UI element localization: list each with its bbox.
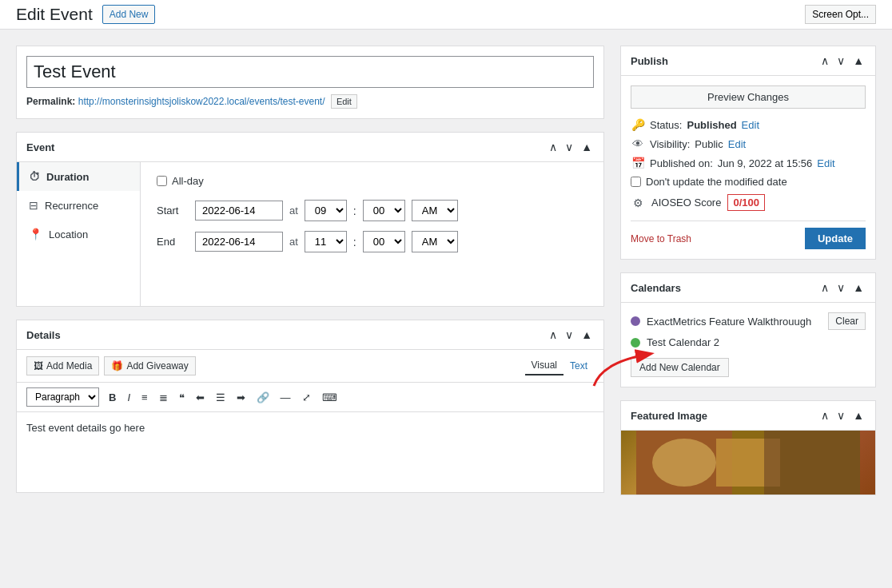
add-media-button[interactable]: 🖼 Add Media (26, 356, 99, 375)
event-panel-collapse-btn[interactable]: ▲ (579, 139, 594, 155)
title-area: Permalink: http://monsterinsightsjolisko… (16, 46, 604, 119)
aioseo-label: AIOSEO Score (651, 197, 721, 209)
publish-panel-body: Preview Changes 🔑 Status: Published Edit… (621, 76, 875, 259)
sidebar-item-location[interactable]: 📍 Location (17, 220, 140, 248)
allday-label: All-day (172, 175, 204, 187)
featured-image-up-btn[interactable]: ∧ (819, 407, 830, 423)
gift-icon: 🎁 (111, 360, 123, 371)
calendar-icon: 📅 (631, 157, 645, 169)
calendars-panel: Calendars ∧ ∨ ▲ ExactMetrics Feature Wal… (620, 272, 876, 387)
location-icon: 📍 (29, 228, 42, 240)
details-panel-controls: ∧ ∨ ▲ (548, 327, 594, 343)
calendar-item-test2: Test Calendar 2 (631, 336, 866, 348)
details-panel-up-btn[interactable]: ∧ (548, 327, 559, 343)
end-minute-select[interactable]: 00 15 30 45 (363, 231, 405, 252)
add-giveaway-button[interactable]: 🎁 Add Giveaway (104, 356, 195, 375)
add-new-button[interactable]: Add New (102, 5, 156, 24)
aioseo-row: ⚙ AIOSEO Score 0/100 (631, 194, 866, 211)
link-button[interactable]: 🔗 (252, 388, 274, 407)
calendar-clear-button[interactable]: Clear (828, 312, 866, 330)
tab-visual[interactable]: Visual (525, 356, 563, 375)
end-at-text: at (289, 236, 298, 248)
sidebar-item-duration[interactable]: ⏱ Duration (17, 162, 140, 191)
format-select[interactable]: Paragraph Heading 1 Heading 2 Heading 3 (26, 387, 99, 407)
bold-button[interactable]: B (104, 388, 121, 407)
event-panel-header: Event ∧ ∨ ▲ (17, 133, 603, 162)
allday-checkbox[interactable] (157, 176, 167, 186)
add-new-calendar-button[interactable]: Add New Calendar (631, 358, 729, 377)
publish-panel-down-btn[interactable]: ∨ (835, 53, 846, 69)
visibility-edit-link[interactable]: Edit (728, 138, 746, 150)
eye-icon: 👁 (631, 137, 645, 150)
start-date-input[interactable] (195, 201, 283, 220)
ordered-list-button[interactable]: ≣ (154, 388, 173, 407)
details-toolbar: 🖼 Add Media 🎁 Add Giveaway Visual Text (17, 350, 603, 383)
preview-changes-button[interactable]: Preview Changes (631, 85, 866, 109)
featured-image-preview[interactable] (621, 431, 875, 495)
permalink-link[interactable]: http://monsterinsightsjoliskow2022.local… (78, 96, 325, 107)
publish-panel: Publish ∧ ∨ ▲ Preview Changes 🔑 Status: … (620, 46, 876, 260)
permalink-edit-button[interactable]: Edit (331, 94, 357, 109)
clock-icon: ⏱ (29, 170, 40, 183)
published-edit-link[interactable]: Edit (817, 157, 834, 169)
event-panel: Event ∧ ∨ ▲ ⏱ Duration (16, 132, 604, 307)
format-toolbar: Paragraph Heading 1 Heading 2 Heading 3 … (17, 383, 603, 412)
calendars-panel-controls: ∧ ∨ ▲ (819, 280, 866, 296)
sidebar-item-location-label: Location (49, 228, 88, 240)
status-label: Status: (650, 119, 682, 131)
sidebar-item-recurrence[interactable]: ⊟ Recurrence (17, 191, 140, 220)
status-edit-link[interactable]: Edit (742, 119, 759, 131)
dont-update-checkbox[interactable] (631, 177, 641, 187)
align-center-button[interactable]: ☰ (211, 388, 230, 407)
calendars-panel-body: ExactMetrics Feature Walkthrouugh Clear … (621, 303, 875, 387)
calendar-item-test2-name: Test Calendar 2 (647, 336, 866, 348)
align-right-button[interactable]: ➡ (232, 388, 250, 407)
details-panel-collapse-btn[interactable]: ▲ (579, 327, 594, 343)
end-time-row: End at 11 09 10 : 00 15 (157, 231, 587, 252)
end-ampm-select[interactable]: AM PM (412, 231, 458, 252)
calendars-panel-up-btn[interactable]: ∧ (819, 280, 830, 296)
event-panel-title: Event (26, 141, 54, 153)
end-hour-select[interactable]: 11 09 10 (305, 231, 347, 252)
featured-image-panel-controls: ∧ ∨ ▲ (819, 407, 866, 423)
keyboard-button[interactable]: ⌨ (317, 388, 342, 407)
start-minute-select[interactable]: 00 15 30 45 (363, 200, 405, 221)
gear-icon: ⚙ (631, 197, 645, 209)
published-date: Jun 9, 2022 at 15:56 (718, 157, 813, 169)
event-panel-up-btn[interactable]: ∧ (548, 139, 559, 155)
publish-panel-up-btn[interactable]: ∧ (819, 53, 830, 69)
expand-button[interactable]: ⤢ (297, 388, 316, 407)
start-time-row: Start at 09 10 11 : 00 15 (157, 200, 587, 221)
calendars-panel-down-btn[interactable]: ∨ (835, 280, 846, 296)
blockquote-button[interactable]: ❝ (174, 388, 189, 407)
event-panel-down-btn[interactable]: ∨ (563, 139, 575, 155)
update-button[interactable]: Update (805, 228, 866, 249)
editor-content-area[interactable]: Test event details go here (17, 412, 603, 492)
start-ampm-select[interactable]: AM PM (412, 200, 458, 221)
start-hour-select[interactable]: 09 10 11 (305, 200, 347, 221)
featured-image-down-btn[interactable]: ∨ (835, 407, 846, 423)
details-panel: Details ∧ ∨ ▲ 🖼 Add Media 🎁 Add (16, 320, 604, 493)
add-giveaway-label: Add Giveaway (126, 360, 188, 371)
event-title-input[interactable] (26, 56, 594, 88)
move-to-trash-link[interactable]: Move to Trash (631, 233, 691, 244)
permalink-row: Permalink: http://monsterinsightsjolisko… (26, 94, 594, 109)
more-button[interactable]: — (276, 388, 296, 407)
calendars-panel-collapse-btn[interactable]: ▲ (851, 280, 866, 296)
featured-image-collapse-btn[interactable]: ▲ (851, 407, 866, 423)
italic-button[interactable]: I (122, 388, 135, 407)
end-date-input[interactable] (195, 232, 283, 252)
publish-panel-collapse-btn[interactable]: ▲ (851, 53, 866, 69)
calendar-dot-purple (631, 316, 640, 326)
align-left-button[interactable]: ⬅ (191, 388, 209, 407)
screen-options-button[interactable]: Screen Opt... (805, 5, 876, 24)
tab-text[interactable]: Text (563, 357, 594, 375)
details-panel-down-btn[interactable]: ∨ (563, 327, 575, 343)
editor-text: Test event details go here (26, 422, 594, 434)
visibility-label: Visibility: (650, 138, 690, 150)
status-row: 🔑 Status: Published Edit (631, 118, 866, 131)
permalink-label: Permalink: (26, 96, 75, 107)
unordered-list-button[interactable]: ≡ (137, 388, 153, 407)
featured-image-panel-title: Featured Image (631, 410, 707, 422)
svg-rect-4 (764, 431, 860, 495)
